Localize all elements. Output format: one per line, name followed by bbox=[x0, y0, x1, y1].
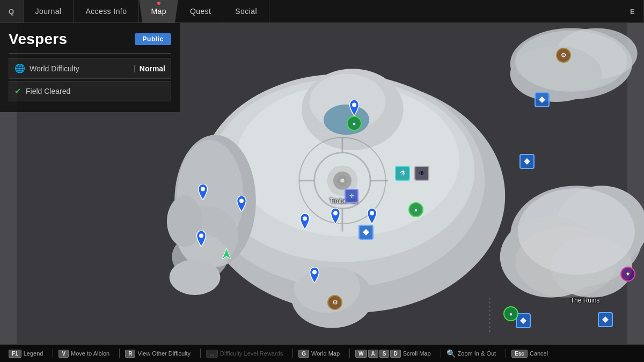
map-pin-5[interactable] bbox=[299, 213, 311, 230]
map-pin-3[interactable] bbox=[236, 196, 247, 212]
row-divider bbox=[134, 65, 135, 72]
nav-key-left[interactable]: Q bbox=[0, 0, 24, 23]
world-difficulty-value: Normal bbox=[140, 64, 165, 73]
key-a[interactable]: A bbox=[368, 350, 378, 358]
hint-legend-text: Legend bbox=[24, 350, 43, 357]
nav-item-map[interactable]: Map bbox=[139, 0, 178, 23]
key-esc[interactable]: Esc bbox=[511, 350, 528, 358]
map-label-ruins: The Ruins bbox=[570, 297, 600, 304]
map-icon-green-far-right[interactable]: ● bbox=[503, 306, 518, 321]
map-pin-7[interactable] bbox=[366, 208, 378, 224]
sidebar-divider-1 bbox=[9, 53, 171, 54]
hint-zoom-text: Zoom In & Out bbox=[458, 350, 496, 357]
location-title: Vespers bbox=[9, 31, 67, 48]
svg-point-30 bbox=[340, 179, 345, 183]
map-icon-star-right[interactable]: ✦ bbox=[620, 267, 635, 282]
key-d[interactable]: D bbox=[390, 350, 400, 358]
map-icon-lab[interactable]: ⚗ bbox=[395, 166, 410, 181]
public-badge: Public bbox=[135, 33, 171, 45]
hint-move-text: Move to Albion bbox=[71, 350, 109, 357]
nav-item-access-info[interactable]: Access Info bbox=[74, 0, 139, 23]
divider-1 bbox=[53, 349, 53, 358]
svg-marker-47 bbox=[520, 317, 526, 324]
divider-4 bbox=[292, 349, 293, 358]
hint-move: V Move to Albion bbox=[58, 350, 109, 358]
hint-worldmap: G World Map bbox=[298, 350, 340, 358]
map-icon-fight[interactable]: ✛ bbox=[345, 189, 358, 203]
nav-key-right[interactable]: E bbox=[621, 0, 644, 23]
player-marker bbox=[222, 248, 231, 261]
divider-6 bbox=[441, 349, 441, 358]
checkmark-icon: ✔ bbox=[14, 86, 21, 96]
sidebar: Vespers Public 🌐 World Difficulty Normal… bbox=[0, 23, 180, 112]
svg-marker-45 bbox=[539, 97, 545, 103]
key-w[interactable]: W bbox=[355, 350, 367, 358]
world-icon: 🌐 bbox=[14, 63, 25, 73]
divider-2 bbox=[119, 349, 120, 358]
svg-marker-49 bbox=[363, 229, 369, 235]
hint-worldmap-text: World Map bbox=[311, 350, 340, 357]
sidebar-title-row: Vespers Public bbox=[9, 31, 171, 48]
key-f1[interactable]: F1 bbox=[9, 350, 21, 358]
map-icon-eye[interactable]: 👁 bbox=[414, 166, 429, 181]
hint-scroll-text: Scroll Map bbox=[403, 350, 431, 357]
key-s[interactable]: S bbox=[379, 350, 390, 358]
hint-scroll: W A S D Scroll Map bbox=[355, 350, 431, 358]
hint-rewards-text: Difficulty Level Rewards bbox=[220, 350, 283, 357]
hint-difficulty-text: View Other Difficulty bbox=[137, 350, 191, 357]
nav-item-quest[interactable]: Quest bbox=[178, 0, 223, 23]
zoom-icon: 🔍 bbox=[447, 349, 456, 358]
map-pin-6[interactable] bbox=[330, 208, 341, 224]
field-cleared-row: ✔ Field Cleared bbox=[9, 81, 171, 101]
svg-marker-50 bbox=[222, 248, 231, 259]
svg-point-40 bbox=[199, 234, 203, 238]
key-v[interactable]: V bbox=[58, 350, 69, 358]
world-difficulty-label: World Difficulty bbox=[30, 64, 134, 73]
key-rewards[interactable]: … bbox=[206, 350, 218, 358]
nav-item-social[interactable]: Social bbox=[223, 0, 269, 23]
svg-point-39 bbox=[239, 199, 244, 203]
map-icon-right-1[interactable] bbox=[519, 154, 535, 169]
svg-point-42 bbox=[333, 211, 338, 216]
field-cleared-label: Field Cleared bbox=[26, 87, 165, 95]
map-icon-brown-top-right[interactable]: ⚙ bbox=[556, 48, 571, 63]
divider-3 bbox=[200, 349, 201, 358]
hint-legend: F1 Legend bbox=[9, 350, 43, 358]
map-pin-8[interactable] bbox=[309, 267, 320, 283]
map-pin-1[interactable] bbox=[348, 100, 360, 116]
key-r[interactable]: R bbox=[125, 350, 135, 358]
map-pin-4[interactable] bbox=[195, 231, 207, 247]
map-icon-brown-bottom[interactable]: ⚙ bbox=[327, 295, 342, 310]
hint-zoom: 🔍 Zoom In & Out bbox=[447, 349, 496, 358]
map-icon-right-3[interactable] bbox=[598, 312, 613, 327]
nav-item-journal[interactable]: Journal bbox=[24, 0, 74, 23]
nav-dot bbox=[157, 2, 160, 5]
world-difficulty-row: 🌐 World Difficulty Normal bbox=[9, 58, 171, 79]
svg-point-44 bbox=[312, 270, 317, 275]
map-icon-green-center[interactable]: ● bbox=[347, 116, 362, 131]
map-icon-bottom-center[interactable] bbox=[358, 225, 374, 240]
divider-5 bbox=[349, 349, 350, 358]
svg-point-35 bbox=[515, 226, 617, 298]
hint-cancel: Esc Cancel bbox=[511, 350, 548, 358]
key-g[interactable]: G bbox=[298, 350, 309, 358]
hint-cancel-text: Cancel bbox=[530, 350, 548, 357]
svg-point-24 bbox=[294, 262, 360, 313]
svg-marker-48 bbox=[602, 316, 609, 323]
wasd-group: W A S D bbox=[355, 350, 401, 358]
map-pin-2[interactable] bbox=[197, 184, 209, 200]
svg-point-37 bbox=[352, 103, 356, 107]
svg-point-43 bbox=[370, 211, 374, 216]
top-navigation: Q Journal Access Info Map Quest Social E bbox=[0, 0, 644, 23]
hint-difficulty: R View Other Difficulty bbox=[125, 350, 191, 358]
bottom-bar: F1 Legend V Move to Albion R View Other … bbox=[0, 344, 644, 362]
svg-point-38 bbox=[201, 187, 205, 191]
svg-point-4 bbox=[515, 31, 627, 92]
svg-point-41 bbox=[303, 217, 307, 221]
map-icon-diamond-top-right[interactable] bbox=[535, 92, 550, 107]
divider-7 bbox=[506, 349, 506, 358]
svg-point-19 bbox=[170, 260, 221, 295]
svg-point-22 bbox=[324, 105, 369, 135]
hint-rewards: … Difficulty Level Rewards bbox=[206, 350, 283, 358]
map-icon-green-right[interactable]: ● bbox=[408, 202, 423, 217]
